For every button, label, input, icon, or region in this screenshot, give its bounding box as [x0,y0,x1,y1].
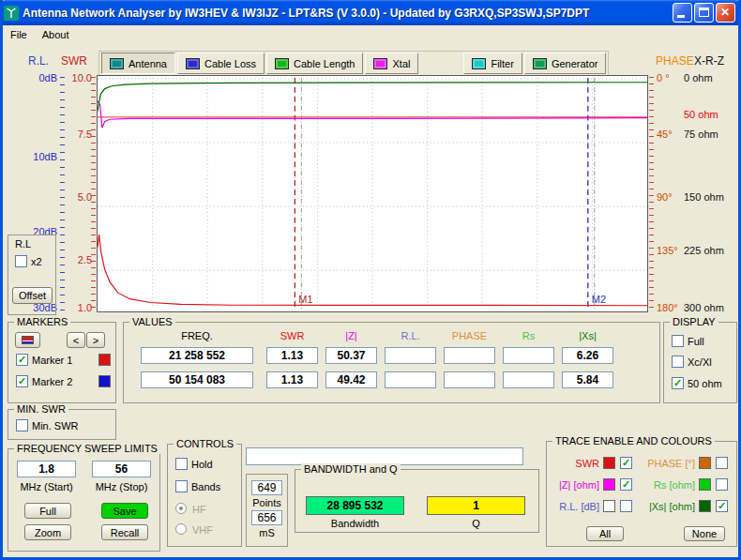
cable-loss-mode-label: Cable Loss [204,58,256,69]
swr-tick-label: 2.5 [67,254,92,265]
menu-file[interactable]: File [3,27,35,42]
ohm-tick-label: 0 ohm [684,72,736,83]
display-full-checkbox[interactable] [672,335,684,347]
trace-phase-color-swatch[interactable] [699,457,711,469]
marker1-checkbox[interactable] [16,354,28,366]
full-sweep-button[interactable]: Full [24,503,71,519]
trace-rs-color-swatch[interactable] [699,478,711,491]
frequency-sweep-panel: FREQUENCY SWEEP LIMITS MHz (Start) MHz (… [8,448,160,552]
min-swr-label: Min. SWR [32,420,79,431]
trace-swr-label: SWR [549,458,599,469]
rl-box-label: R.L [15,238,31,250]
generator-mode-button[interactable]: Generator [524,53,607,74]
start-frequency-input[interactable] [17,461,76,477]
marker-menu-button[interactable] [15,332,40,348]
sweep-time-value: 656 [251,510,282,525]
chart-plot-area[interactable]: M1M2 [97,75,648,312]
trace-rs-checkbox[interactable] [716,478,728,491]
xrz-axis-header: X-R-Z [694,54,724,68]
sweep-time-label: mS [247,527,287,538]
trace-xs-label: |Xs| [ohm] [635,501,695,512]
menu-about[interactable]: About [35,27,77,42]
marker1-color-swatch [98,354,111,366]
ohm-tick-label: 75 ohm [684,129,736,140]
trace-all-button[interactable]: All [586,526,624,541]
ohm-50-tick-label: 50 ohm [684,109,736,120]
trace-xs-color-swatch[interactable] [699,500,711,512]
start-frequency-label: MHz (Start) [17,481,76,492]
zoom-button[interactable]: Zoom [24,524,71,540]
min-swr-checkbox[interactable] [16,419,28,431]
maximize-button[interactable] [694,3,714,23]
menubar: File About [3,25,738,43]
marker-next-button[interactable]: > [86,332,105,348]
trace-swr-color-swatch[interactable] [603,457,615,469]
bandwidth-label: Bandwidth [306,518,404,529]
marker2-z-value: 49.42 [325,371,377,388]
values-panel: VALUES FREQ. SWR |Z| R.L. PHASE Rs |Xs| … [123,322,660,403]
display-xcxl-label: Xc/Xl [688,356,712,368]
vhf-radio[interactable] [175,523,187,535]
display-50ohm-checkbox[interactable] [672,377,684,389]
trace-rl-checkbox[interactable] [620,500,632,512]
hold-label: Hold [191,459,213,470]
x2-checkbox[interactable] [15,255,27,267]
swr-tick-label: 10.0 [67,72,92,83]
minimize-button[interactable] [673,3,692,23]
marker2-checkbox[interactable] [16,375,28,387]
marker1-z-value: 50.37 [325,347,377,364]
close-button[interactable] [716,3,735,23]
trace-z-checkbox[interactable] [620,478,632,491]
marker1-label: Marker 1 [32,355,72,366]
offset-button[interactable]: Offset [12,287,53,304]
hf-radio[interactable] [175,503,187,514]
trace-xs-checkbox[interactable] [716,500,728,512]
minimize-icon [677,15,685,18]
mode-toolbar: Antenna Cable Loss Cable Length Xtal Fil… [98,51,609,76]
filter-icon [472,58,486,69]
bandwidth-value: 28 895 532 [306,496,404,515]
trace-z-color-swatch[interactable] [603,478,615,491]
hold-checkbox[interactable] [175,458,188,470]
antenna-mode-label: Antenna [129,58,167,69]
titlebar: Antenna Network Analyser by IW3HEV & IW3… [0,0,741,25]
maximize-icon [699,8,709,17]
xtal-mode-button[interactable]: Xtal [365,53,418,74]
trace-phase-checkbox[interactable] [716,457,728,469]
display-xcxl-checkbox[interactable] [672,356,684,368]
col-header-rs: Rs [503,330,554,341]
app-window: Antenna Network Analyser by IW3HEV & IW3… [0,0,741,560]
q-label: Q [427,518,525,529]
marker2-rl-value [385,371,436,388]
swr-tick-label: 5.0 [67,191,92,203]
marker2-freq-value: 50 154 083 [141,371,253,388]
swr-tick-label: 7.5 [67,129,92,140]
trace-none-button[interactable]: None [684,526,725,541]
cable-length-mode-button[interactable]: Cable Length [266,53,363,74]
app-icon [4,6,19,21]
controls-panel: CONTROLS Hold Bands HF VHF [167,444,242,547]
antenna-mode-button[interactable]: Antenna [101,53,175,74]
trace-swr-checkbox[interactable] [620,457,632,469]
stop-frequency-input[interactable] [92,461,151,477]
filter-mode-button[interactable]: Filter [463,53,522,74]
svg-text:M1: M1 [298,294,312,305]
phase-tick-label: 0 ° [657,72,685,83]
bands-label: Bands [191,481,220,492]
recall-button[interactable]: Recall [101,524,148,540]
col-header-freq: FREQ. [141,330,253,341]
cable-loss-mode-button[interactable]: Cable Loss [177,53,265,74]
values-panel-title: VALUES [129,316,175,327]
phase-tick-label: 180° [657,302,685,313]
trace-rl-color-swatch[interactable] [603,500,615,512]
bands-checkbox[interactable] [175,480,188,492]
save-button[interactable]: Save [101,503,148,519]
marker-prev-button[interactable]: < [67,332,85,348]
cable-length-mode-label: Cable Length [294,58,355,69]
col-header-rl: R.L. [385,330,436,341]
q-value: 1 [427,496,525,515]
marker2-swr-value: 1.13 [266,371,318,388]
points-value: 649 [251,480,282,495]
ohm-tick-label: 150 ohm [684,191,736,203]
points-label: Points [247,497,287,508]
